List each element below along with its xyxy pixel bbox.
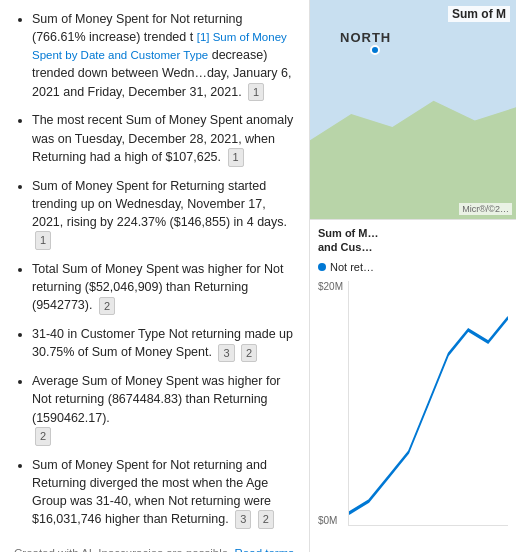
read-terms-link[interactable]: Read terms	[235, 547, 294, 552]
footer: Created with AI. Inaccuracies are possib…	[14, 539, 295, 552]
y-axis-labels: $20M $0M	[318, 281, 343, 526]
chart-area: $20M $0M	[318, 281, 508, 546]
legend-dot	[318, 263, 326, 271]
legend-label: Not ret…	[330, 261, 374, 273]
badge-5a: 3	[218, 344, 234, 363]
map-section: NORTH Sum of M Micr®/©2…	[310, 0, 516, 220]
right-panel: NORTH Sum of M Micr®/©2… Sum of M…and Cu…	[310, 0, 516, 552]
badge-1: 1	[248, 83, 264, 102]
chart-legend: Not ret…	[318, 261, 508, 273]
list-item: Total Sum of Money Spent was higher for …	[32, 260, 295, 315]
badge-4: 2	[99, 297, 115, 316]
list-item: Average Sum of Money Spent was higher fo…	[32, 372, 295, 445]
insight-text-3: Sum of Money Spent for Returning started…	[32, 179, 287, 229]
footer-prefix: Created with AI. Inaccuracies are possib…	[14, 547, 231, 552]
list-item: Sum of Money Spent for Not returning (76…	[32, 10, 295, 101]
badge-2: 1	[228, 148, 244, 167]
chart-plot	[348, 281, 508, 526]
chart-section: Sum of M…and Cus… Not ret… $20M $0M	[310, 220, 516, 552]
insight-text-6: Average Sum of Money Spent was higher fo…	[32, 374, 281, 424]
map-title: Sum of M	[448, 6, 510, 22]
insight-text-2: The most recent Sum of Money Spent anoma…	[32, 113, 293, 163]
badge-7a: 3	[235, 510, 251, 529]
map-dot	[370, 45, 380, 55]
y-label-top: $20M	[318, 281, 343, 292]
chart-title-text: Sum of M…and Cus…	[318, 227, 379, 253]
badge-5b: 2	[241, 344, 257, 363]
map-north-label: NORTH	[340, 30, 391, 45]
insights-panel: Sum of Money Spent for Not returning (76…	[0, 0, 310, 552]
badge-7b: 2	[258, 510, 274, 529]
chart-title: Sum of M…and Cus…	[318, 226, 508, 255]
badge-3: 1	[35, 231, 51, 250]
bing-watermark: Micr®/©2…	[459, 203, 512, 215]
insight-text-4: Total Sum of Money Spent was higher for …	[32, 262, 284, 312]
map-background: NORTH	[310, 0, 516, 219]
list-item: Sum of Money Spent for Not returning and…	[32, 456, 295, 529]
badge-6: 2	[35, 427, 51, 446]
list-item: The most recent Sum of Money Spent anoma…	[32, 111, 295, 166]
list-item: Sum of Money Spent for Returning started…	[32, 177, 295, 250]
insights-list: Sum of Money Spent for Not returning (76…	[14, 10, 295, 539]
y-label-bottom: $0M	[318, 515, 343, 526]
map-land	[310, 88, 516, 219]
chart-svg	[349, 281, 508, 525]
list-item: 31-40 in Customer Type Not returning mad…	[32, 325, 295, 362]
